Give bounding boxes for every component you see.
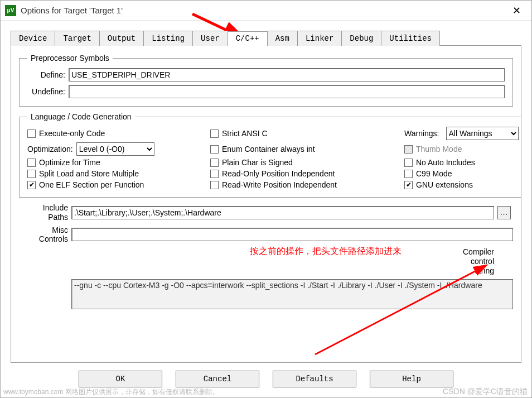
tab-panel-c-cpp: Preprocessor Symbols Define: Undefine: L… [11,45,521,363]
strict-ansi-label: Strict ANSI C [222,129,268,138]
watermark-author: CSDN @爱学C语音的猫 [443,387,528,397]
one-elf-label: One ELF Section per Function [39,180,144,189]
watermark-source: www.toymoban.com 网络图片仅供展示，非存储，如有侵权请联系删除。 [3,387,219,397]
one-elf-checkbox[interactable] [27,181,36,189]
tab-user[interactable]: User [192,31,228,46]
misc-controls-label: Misc Controls [19,226,68,244]
tab-listing[interactable]: Listing [143,31,193,46]
tab-c-cpp[interactable]: C/C++ [228,31,268,46]
tab-linker[interactable]: Linker [297,31,342,46]
close-icon[interactable]: ✕ [504,2,529,20]
tab-target[interactable]: Target [55,31,99,46]
include-paths-input[interactable] [71,206,494,219]
include-paths-label: Include Paths [19,203,68,222]
content-area: Device Target Output Listing User C/C++ … [1,21,531,397]
tab-device[interactable]: Device [11,31,55,46]
titlebar: μV Options for Target 'Target 1' ✕ [1,1,531,21]
define-input[interactable] [69,68,505,81]
optimize-time-label: Optimize for Time [39,158,100,167]
gnu-ext-checkbox[interactable] [404,181,413,189]
no-auto-includes-label: No Auto Includes [416,158,475,167]
enum-container-checkbox[interactable] [210,145,219,154]
language-group: Language / Code Generation Execute-only … [19,112,521,198]
no-auto-includes-checkbox[interactable] [404,159,413,167]
defaults-button[interactable]: Defaults [273,371,356,387]
preprocessor-legend: Preprocessor Symbols [27,54,113,63]
misc-controls-input[interactable] [71,228,513,241]
define-label: Define: [27,70,69,79]
cancel-button[interactable]: Cancel [176,371,259,387]
plain-char-label: Plain Char is Signed [222,158,293,167]
undefine-input[interactable] [69,85,505,98]
ok-button[interactable]: OK [79,371,162,387]
strict-ansi-checkbox[interactable] [210,130,219,138]
c99-checkbox[interactable] [404,170,413,178]
tab-strip: Device Target Output Listing User C/C++ … [11,31,521,46]
compiler-string-textarea: --gnu -c --cpu Cortex-M3 -g -O0 --apcs=i… [71,279,513,309]
split-load-label: Split Load and Store Multiple [39,169,139,178]
thumb-mode-label: Thumb Mode [416,145,462,154]
exec-only-checkbox[interactable] [27,130,36,138]
undefine-label: Undefine: [27,87,69,96]
paths-section: Include Paths ... Misc Controls Compiler… [19,203,513,309]
tab-debug[interactable]: Debug [341,31,381,46]
dialog-window: μV Options for Target 'Target 1' ✕ Devic… [0,0,532,398]
readwrite-pi-checkbox[interactable] [210,181,219,189]
optimization-label: Optimization: [27,145,73,154]
help-button[interactable]: Help [370,371,453,387]
optimize-time-checkbox[interactable] [27,159,36,167]
window-title: Options for Target 'Target 1' [21,6,504,15]
thumb-mode-checkbox [404,145,413,154]
gnu-ext-label: GNU extensions [416,180,473,189]
app-icon: μV [5,5,16,16]
tab-asm[interactable]: Asm [267,31,298,46]
warnings-select[interactable]: All Warnings [446,127,519,140]
optimization-select[interactable]: Level 0 (-O0) [76,142,154,156]
c99-label: C99 Mode [416,169,452,178]
language-legend: Language / Code Generation [27,112,135,121]
tab-utilities[interactable]: Utilities [381,31,440,46]
readonly-pi-label: Read-Only Position Independent [222,169,335,178]
exec-only-label: Execute-only Code [39,129,105,138]
enum-container-label: Enum Container always int [222,145,315,154]
readonly-pi-checkbox[interactable] [210,170,219,178]
include-paths-browse-button[interactable]: ... [497,206,511,219]
plain-char-checkbox[interactable] [210,159,219,167]
readwrite-pi-label: Read-Write Position Independent [222,180,337,189]
preprocessor-group: Preprocessor Symbols Define: Undefine: [19,54,513,107]
split-load-checkbox[interactable] [27,170,36,178]
warnings-label: Warnings: [404,129,443,138]
compiler-string-label: Compiler control string [71,247,494,275]
tab-output[interactable]: Output [99,31,144,46]
